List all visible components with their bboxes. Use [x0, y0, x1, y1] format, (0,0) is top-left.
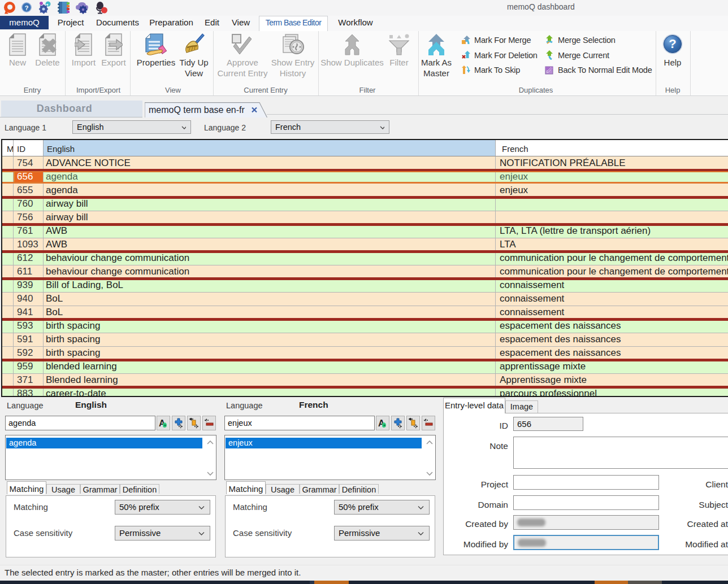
svg-text:?: ?	[25, 5, 29, 11]
svg-text:?: ?	[669, 37, 676, 51]
svg-text:memoQ term base en-fr: memoQ term base en-fr	[149, 105, 245, 115]
